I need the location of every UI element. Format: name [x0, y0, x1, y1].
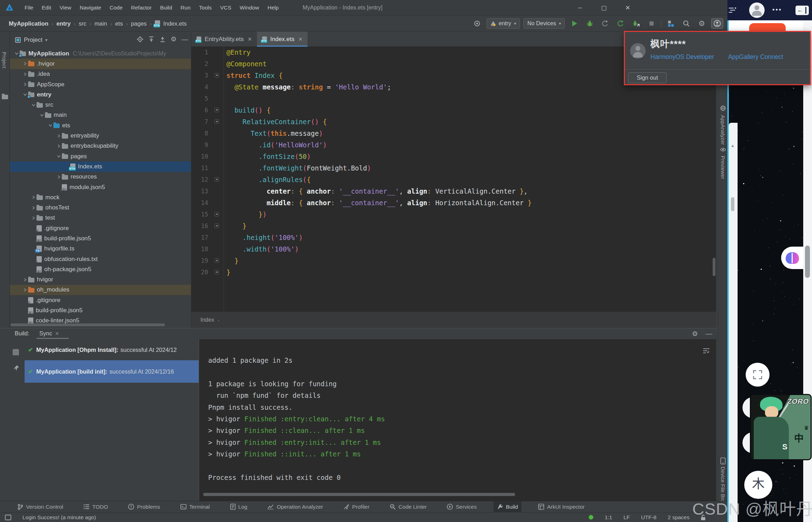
run-icon[interactable]: [568, 18, 580, 29]
tab-EntryAbility.ets[interactable]: ETSEntryAbility.ets✕: [191, 32, 257, 47]
close-button[interactable]: ✕: [616, 0, 640, 15]
tree-row-AppScope[interactable]: AppScope: [10, 79, 191, 89]
breadcrumb-item-MyApplication[interactable]: MyApplication: [9, 20, 48, 27]
minimize-panel-icon[interactable]: —: [706, 330, 712, 338]
fold-close-icon[interactable]: [214, 223, 219, 228]
chevron-collapsed-icon[interactable]: [22, 278, 28, 282]
settings-icon[interactable]: ⚙: [171, 35, 177, 43]
menu-refactor[interactable]: Refactor: [127, 3, 156, 12]
editor-scrollbar[interactable]: [713, 258, 715, 276]
fold-open-icon[interactable]: [214, 119, 219, 124]
tree-row-.idea[interactable]: .idea: [10, 69, 191, 79]
menu-run[interactable]: Run: [176, 3, 194, 12]
sidebar-item-app-analyzer[interactable]: AppAnalyzer: [720, 115, 726, 145]
chevron-collapsed-icon[interactable]: [30, 216, 37, 220]
tab-Index.ets[interactable]: ETSIndex.ets✕: [257, 32, 308, 47]
settings-gear-icon[interactable]: ⚙: [696, 18, 708, 29]
tool-button-profiler[interactable]: Profiler: [340, 501, 373, 513]
fold-open-icon[interactable]: [214, 177, 219, 182]
editor-breadcrumb-item[interactable]: Index: [200, 317, 214, 323]
fullscreen-button[interactable]: [746, 363, 770, 387]
chevron-down-icon[interactable]: ▾: [45, 38, 47, 42]
more-options-icon[interactable]: •••: [772, 6, 782, 14]
menu-vcs[interactable]: VCS: [216, 3, 236, 12]
tree-horizontal-scrollbar[interactable]: [11, 323, 165, 326]
tree-row-ets[interactable]: ets: [10, 120, 191, 130]
tree-row-hvigor[interactable]: hvigor: [10, 275, 191, 285]
ai-assistant-button[interactable]: [781, 247, 803, 269]
menu-file[interactable]: File: [20, 3, 38, 12]
sidebar-item-project[interactable]: Project: [1, 52, 7, 68]
chevron-collapsed-icon[interactable]: [55, 134, 62, 138]
menu-window[interactable]: Window: [236, 3, 263, 12]
fold-open-icon[interactable]: [214, 108, 219, 112]
project-structure-icon[interactable]: [665, 18, 677, 29]
chevron-collapsed-icon[interactable]: [22, 62, 28, 66]
scrollbar-thumb[interactable]: [805, 246, 810, 278]
build-result-row[interactable]: ✔MyApplication [build init]: successful …: [25, 360, 199, 383]
tree-row-resources[interactable]: resources: [10, 172, 191, 182]
menu-build[interactable]: Build: [156, 3, 176, 12]
breadcrumb-item-src[interactable]: src: [79, 20, 86, 27]
project-panel-title[interactable]: Project: [24, 36, 42, 44]
scrollbar-thumb[interactable]: [731, 197, 734, 211]
line-ending[interactable]: LF: [623, 514, 630, 521]
tree-row-module.json5[interactable]: {⚙}module.json5: [10, 182, 191, 192]
profiler-icon[interactable]: [599, 18, 611, 29]
tree-row-pages[interactable]: pages: [10, 151, 191, 161]
tree-row-Index.ets[interactable]: ETSIndex.ets: [10, 161, 191, 172]
build-tab-sync[interactable]: Sync✕: [39, 330, 59, 337]
tool-button-code-linter[interactable]: Code Linter: [386, 501, 430, 513]
folder-icon[interactable]: [2, 94, 8, 99]
build-result-row[interactable]: ✔MyApplication [Ohpm Install]: successfu…: [25, 341, 199, 358]
tree-row-oh-package.json5[interactable]: {⚙}oh-package.json5: [10, 264, 191, 274]
menu-view[interactable]: View: [55, 3, 75, 12]
sign-out-button[interactable]: Sign out: [628, 72, 667, 83]
tree-row-hvigorfile.ts[interactable]: TShvigorfile.ts: [10, 244, 191, 254]
tree-row-.gitignore[interactable]: ⊘.gitignore: [10, 223, 191, 233]
module-selector[interactable]: entry ▾: [487, 18, 520, 29]
hide-icon[interactable]: —: [181, 35, 188, 43]
locate-icon[interactable]: [137, 36, 143, 42]
tool-button-terminal[interactable]: Terminal: [177, 501, 213, 513]
tree-row-oh_modules[interactable]: oh_modules: [10, 285, 191, 295]
tree-row-build-profile.json5[interactable]: {⚙}build-profile.json5: [10, 233, 191, 243]
device-manager-icon[interactable]: [471, 18, 483, 29]
chevron-collapsed-icon[interactable]: [55, 144, 62, 148]
file-encoding[interactable]: UTF-8: [641, 514, 656, 521]
chevron-collapsed-icon[interactable]: [30, 206, 37, 210]
layout-icon[interactable]: [5, 515, 11, 520]
chevron-collapsed-icon[interactable]: [30, 195, 37, 199]
fold-close-icon[interactable]: [214, 258, 219, 263]
tool-button-problems[interactable]: Problems: [125, 501, 163, 513]
tool-button-arkui-inspector[interactable]: ArkUI Inspector: [535, 501, 588, 513]
console-horizontal-scrollbar[interactable]: [203, 493, 515, 496]
fold-close-icon[interactable]: [214, 270, 219, 274]
chevron-collapsed-icon[interactable]: [55, 175, 62, 179]
tree-row-test[interactable]: test: [10, 213, 191, 223]
tree-row-entryability[interactable]: entryability: [10, 130, 191, 141]
sidebar-item-previewer[interactable]: Previewer: [720, 156, 726, 179]
collapse-all-icon[interactable]: [159, 36, 166, 42]
tool-button-version-control[interactable]: Version Control: [14, 501, 67, 513]
menu-edit[interactable]: Edit: [38, 3, 55, 12]
breadcrumb-item-pages[interactable]: pages: [131, 20, 147, 27]
avatar[interactable]: [749, 2, 765, 18]
status-message[interactable]: Login Success! (a minute ago): [22, 514, 96, 521]
rerun-icon[interactable]: [615, 18, 627, 29]
menu-help[interactable]: Help: [263, 3, 283, 12]
chevron-expanded-icon[interactable]: [39, 113, 45, 117]
floating-glyph-button[interactable]: 木: [744, 471, 772, 499]
close-icon[interactable]: ✕: [298, 36, 303, 42]
link-appgallery-connect[interactable]: AppGallery Connect: [728, 53, 783, 61]
chevron-collapsed-icon[interactable]: [22, 288, 28, 292]
close-icon[interactable]: ✕: [247, 36, 252, 42]
scroll-up-icon[interactable]: ▲: [731, 143, 735, 148]
chevron-collapsed-icon[interactable]: [22, 72, 28, 76]
indent-setting[interactable]: 2 spaces: [668, 514, 689, 521]
tool-button-build[interactable]: Build: [494, 501, 521, 513]
maximize-button[interactable]: ▢: [592, 0, 616, 15]
tree-row-entry[interactable]: entry: [10, 89, 191, 100]
breadcrumb-item-main[interactable]: main: [94, 20, 107, 27]
tree-row-.gitignore[interactable]: ⊘.gitignore: [10, 295, 191, 305]
